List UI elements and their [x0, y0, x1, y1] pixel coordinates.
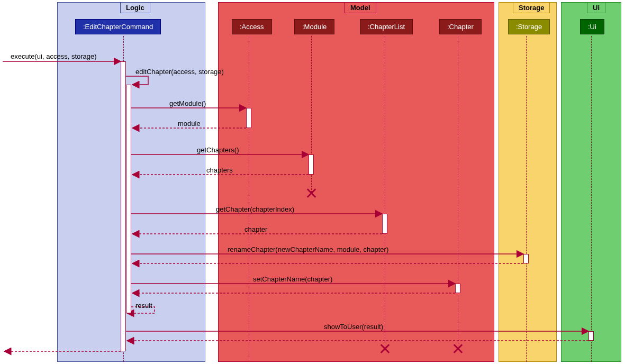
sequence-diagram: Logic Model Storage Ui :EditChapterComma…	[0, 0, 625, 364]
activation-editcmd-inner	[126, 85, 131, 313]
msg-getchapters: getChapters()	[197, 146, 239, 154]
participant-access-label: :Access	[240, 23, 264, 31]
msg-getchapter: getChapter(chapterIndex)	[216, 205, 294, 213]
activation-chapter	[455, 284, 460, 293]
participant-editcmd: :EditChapterCommand	[75, 19, 161, 34]
msg-setchaptername: setChapterName(chapter)	[253, 275, 332, 283]
msg-editchapter: editChapter(access, storage)	[135, 68, 224, 76]
lifeline-chapterlist	[385, 36, 385, 349]
box-model-header: Model	[345, 2, 376, 13]
destroy-chapter	[453, 344, 463, 353]
activation-editcmd-outer	[121, 61, 126, 351]
activation-storage	[523, 254, 529, 263]
participant-storage-label: :Storage	[516, 23, 542, 31]
msg-showtouser: showToUser(result)	[324, 323, 383, 331]
participant-ui-label: :Ui	[588, 23, 596, 31]
box-logic-header: Logic	[120, 2, 150, 13]
participant-module-label: :Module	[302, 23, 327, 31]
activation-chapterlist	[382, 214, 387, 234]
destroy-module	[306, 188, 316, 198]
lifeline-access	[249, 36, 249, 362]
participant-chapter-label: :Chapter	[447, 23, 474, 31]
ret-chapter: chapter	[244, 225, 267, 233]
box-logic-label: Logic	[126, 4, 144, 12]
destroy-chapterlist	[380, 344, 390, 353]
box-ui-header: Ui	[587, 2, 605, 13]
participant-ui: :Ui	[580, 19, 604, 34]
participant-chapterlist-label: :ChapterList	[368, 23, 405, 31]
box-storage: Storage	[499, 2, 557, 362]
msg-execute: execute(ui, access, storage)	[11, 52, 97, 60]
activation-access	[246, 108, 251, 128]
participant-storage: :Storage	[508, 19, 550, 34]
participant-editcmd-label: :EditChapterCommand	[83, 23, 153, 31]
participant-chapter: :Chapter	[439, 19, 482, 34]
participant-chapterlist: :ChapterList	[360, 19, 413, 34]
msg-getmodule: getModule()	[169, 99, 206, 107]
lifeline-chapter	[458, 36, 458, 349]
ret-module: module	[178, 120, 201, 128]
ret-chapters: chapters	[206, 166, 233, 174]
participant-access: :Access	[232, 19, 272, 34]
ret-result: result	[135, 302, 152, 310]
box-storage-header: Storage	[513, 2, 550, 13]
box-storage-label: Storage	[519, 4, 544, 12]
activation-ui	[588, 331, 594, 341]
activation-module	[309, 154, 314, 175]
box-model-label: Model	[350, 4, 370, 12]
box-model: Model	[218, 2, 494, 362]
msg-renamechapter: renameChapter(newChapterName, module, ch…	[228, 245, 388, 253]
box-ui-label: Ui	[593, 4, 600, 12]
lifeline-ui	[591, 36, 592, 362]
participant-module: :Module	[294, 19, 334, 34]
lifeline-storage	[526, 36, 527, 362]
